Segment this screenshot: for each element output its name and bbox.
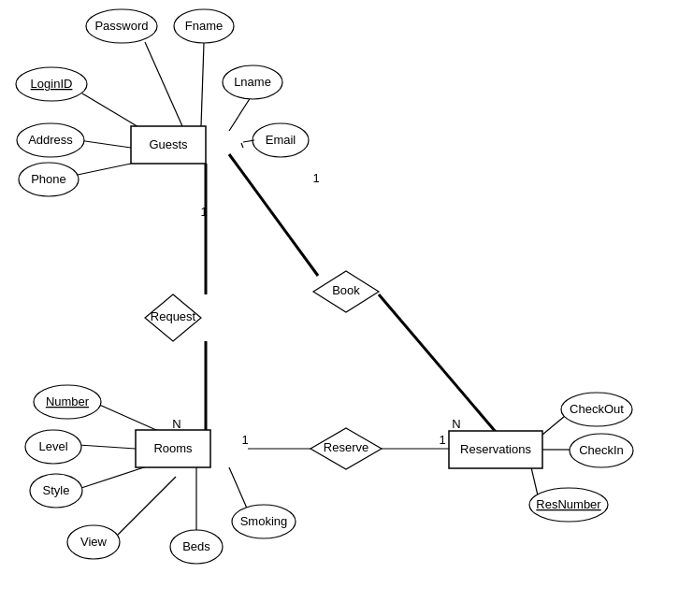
- attr-checkin-label: CheckIn: [579, 443, 624, 457]
- attr-beds-label: Beds: [182, 539, 210, 553]
- relationship-reserve-label: Reserve: [324, 440, 368, 454]
- attr-view-label: View: [80, 535, 108, 549]
- svg-line-1: [145, 42, 182, 126]
- attr-lname-label: Lname: [234, 75, 271, 89]
- svg-line-2: [201, 43, 204, 126]
- entity-reservations-label: Reservations: [460, 442, 531, 456]
- svg-line-16: [118, 477, 176, 535]
- attr-address-label: Address: [28, 133, 73, 147]
- attr-loginid-label: LoginID: [31, 77, 73, 91]
- svg-line-6: [73, 164, 131, 176]
- svg-line-10: [379, 294, 496, 432]
- cardinality-reservations-book-n: N: [452, 417, 460, 431]
- entity-guests-label: Guests: [149, 137, 188, 151]
- svg-line-15: [81, 466, 150, 488]
- svg-line-9: [229, 154, 318, 276]
- svg-line-18: [229, 467, 248, 510]
- attr-number-label: Number: [46, 394, 90, 408]
- attr-email-label: Email: [266, 133, 296, 147]
- cardinality-rooms-reserve-1: 1: [241, 433, 248, 447]
- cardinality-reservations-reserve-1: 1: [439, 433, 445, 447]
- entity-rooms-label: Rooms: [153, 441, 193, 455]
- attr-password-label: Password: [94, 19, 148, 33]
- cardinality-guests-request: 1: [200, 205, 207, 219]
- attr-resnumber-label: ResNumber: [536, 497, 601, 511]
- attr-fname-label: Fname: [185, 19, 223, 33]
- attr-checkout-label: CheckOut: [570, 402, 624, 416]
- attr-level-label: Level: [38, 439, 67, 453]
- attr-style-label: Style: [43, 483, 70, 497]
- svg-line-5: [79, 140, 131, 148]
- er-diagram-svg: Guests Rooms Reservations Request Book R…: [0, 0, 693, 616]
- relationship-request-label: Request: [151, 309, 196, 323]
- svg-line-3: [229, 97, 251, 131]
- relationship-book-label: Book: [332, 283, 360, 297]
- svg-line-21: [531, 467, 538, 495]
- svg-line-14: [79, 445, 136, 449]
- cardinality-guests-book: 1: [312, 171, 319, 185]
- cardinality-rooms-request-n: N: [172, 417, 180, 431]
- attr-phone-label: Phone: [31, 172, 66, 186]
- attr-smoking-label: Smoking: [240, 514, 288, 528]
- er-diagram-container: Guests Rooms Reservations Request Book R…: [0, 0, 693, 616]
- svg-line-19: [542, 416, 565, 435]
- svg-line-4: [241, 143, 243, 148]
